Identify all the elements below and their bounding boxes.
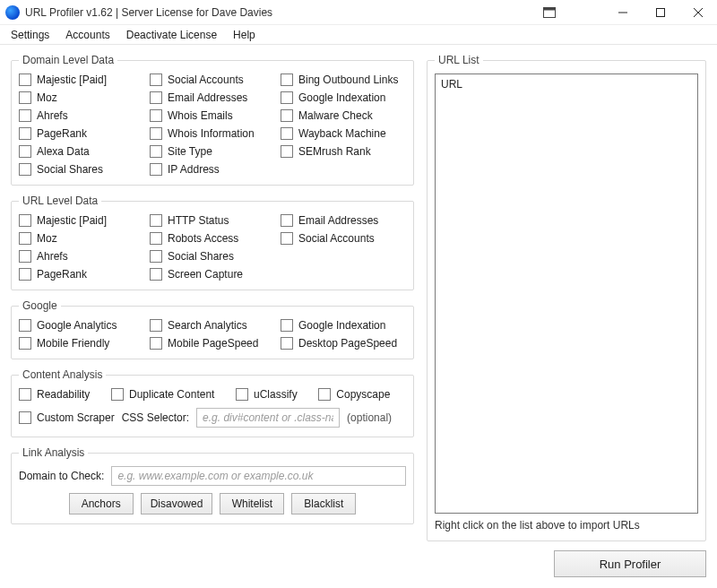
checkbox-social-shares[interactable]: Social Shares (150, 250, 275, 263)
checkbox-input[interactable] (19, 250, 31, 263)
checkbox-input[interactable] (150, 250, 162, 263)
minimize-button[interactable] (604, 0, 642, 24)
checkbox-pagerank[interactable]: PageRank (19, 268, 144, 281)
checkbox-input[interactable] (281, 74, 293, 86)
checkbox-social-shares[interactable]: Social Shares (19, 163, 144, 176)
checkbox-readability[interactable]: Readability (19, 388, 106, 401)
checkbox-input[interactable] (281, 91, 293, 104)
titlebar-aux-icon[interactable] (531, 0, 568, 24)
checkbox-uclassify[interactable]: uClassify (236, 388, 313, 401)
checkbox-input[interactable] (111, 388, 124, 401)
checkbox-custom-scraper[interactable]: Custom Scraper (19, 411, 115, 424)
group-legend: URL List (435, 54, 483, 66)
checkbox-input[interactable] (150, 109, 162, 122)
checkbox-pagerank[interactable]: PageRank (19, 127, 144, 140)
group-legend: Content Analysis (19, 368, 106, 381)
checkbox-input[interactable] (19, 268, 31, 281)
checkbox-input[interactable] (281, 319, 293, 332)
checkbox-input[interactable] (150, 91, 162, 104)
checkbox-input[interactable] (150, 268, 162, 281)
maximize-button[interactable] (642, 0, 679, 24)
checkbox-robots-access[interactable]: Robots Access (150, 232, 275, 245)
group-legend: Google (19, 299, 61, 312)
checkbox-google-analytics[interactable]: Google Analytics (19, 319, 144, 332)
run-profiler-button[interactable]: Run Profiler (554, 550, 706, 577)
checkbox-input[interactable] (281, 214, 293, 227)
checkbox-social-accounts[interactable]: Social Accounts (281, 232, 406, 245)
checkbox-site-type[interactable]: Site Type (150, 145, 275, 158)
checkbox-input[interactable] (19, 163, 31, 176)
checkbox-input[interactable] (19, 337, 31, 350)
checkbox-duplicate-content[interactable]: Duplicate Content (111, 388, 230, 401)
checkbox-moz[interactable]: Moz (19, 91, 144, 104)
checkbox-desktop-pagespeed[interactable]: Desktop PageSpeed (281, 337, 406, 350)
checkbox-screen-capture[interactable]: Screen Capture (150, 268, 275, 281)
checkbox-input[interactable] (19, 214, 31, 227)
disavowed-button[interactable]: Disavowed (141, 493, 213, 514)
anchors-button[interactable]: Anchors (69, 493, 134, 514)
checkbox-input[interactable] (19, 388, 31, 401)
checkbox-label: Email Addresses (298, 214, 378, 227)
checkbox-input[interactable] (150, 232, 162, 245)
checkbox-input[interactable] (150, 127, 162, 140)
checkbox-email-addresses[interactable]: Email Addresses (150, 91, 275, 104)
checkbox-majestic-paid[interactable]: Majestic [Paid] (19, 214, 144, 227)
checkbox-majestic-paid[interactable]: Majestic [Paid] (19, 74, 144, 86)
checkbox-copyscape[interactable]: Copyscape (318, 388, 406, 401)
checkbox-input[interactable] (281, 145, 293, 158)
checkbox-google-indexation[interactable]: Google Indexation (281, 319, 406, 332)
checkbox-input[interactable] (281, 127, 293, 140)
blacklist-button[interactable]: Blacklist (291, 493, 356, 514)
checkbox-ip-address[interactable]: IP Address (150, 163, 275, 176)
checkbox-input[interactable] (281, 109, 293, 122)
url-list-box[interactable]: URL (435, 74, 698, 514)
checkbox-bing-outbound-links[interactable]: Bing Outbound Links (281, 74, 406, 86)
checkbox-input[interactable] (150, 74, 162, 86)
checkbox-input[interactable] (19, 127, 31, 140)
checkbox-input[interactable] (19, 109, 31, 122)
checkbox-input[interactable] (318, 388, 331, 401)
checkbox-input[interactable] (236, 388, 248, 401)
checkbox-email-addresses[interactable]: Email Addresses (281, 214, 406, 227)
checkbox-input[interactable] (150, 163, 162, 176)
checkbox-input[interactable] (150, 337, 162, 350)
checkbox-label: Social Accounts (168, 74, 244, 86)
window-title: URL Profiler v1.62 | Server License for … (25, 6, 272, 19)
checkbox-google-indexation[interactable]: Google Indexation (281, 91, 406, 104)
checkbox-input[interactable] (19, 145, 31, 158)
checkbox-whois-emails[interactable]: Whois Emails (150, 109, 275, 122)
checkbox-input[interactable] (19, 232, 31, 245)
checkbox-input[interactable] (19, 74, 31, 86)
checkbox-semrush-rank[interactable]: SEMrush Rank (281, 145, 406, 158)
checkbox-search-analytics[interactable]: Search Analytics (150, 319, 275, 332)
checkbox-mobile-friendly[interactable]: Mobile Friendly (19, 337, 144, 350)
checkbox-http-status[interactable]: HTTP Status (150, 214, 275, 227)
checkbox-malware-check[interactable]: Malware Check (281, 109, 406, 122)
checkbox-social-accounts[interactable]: Social Accounts (150, 74, 275, 86)
whitelist-button[interactable]: Whitelist (220, 493, 284, 514)
checkbox-mobile-pagespeed[interactable]: Mobile PageSpeed (150, 337, 275, 350)
menu-help[interactable]: Help (233, 29, 255, 41)
checkbox-alexa-data[interactable]: Alexa Data (19, 145, 144, 158)
menu-accounts[interactable]: Accounts (65, 29, 109, 41)
menu-deactivate[interactable]: Deactivate License (126, 29, 217, 41)
domain-to-check-input[interactable] (111, 466, 406, 486)
checkbox-input[interactable] (19, 411, 31, 424)
checkbox-ahrefs[interactable]: Ahrefs (19, 109, 144, 122)
checkbox-moz[interactable]: Moz (19, 232, 144, 245)
checkbox-label: Ahrefs (37, 250, 68, 263)
checkbox-input[interactable] (281, 337, 293, 350)
checkbox-input[interactable] (19, 91, 31, 104)
checkbox-input[interactable] (150, 145, 162, 158)
app-icon (5, 5, 20, 20)
checkbox-whois-information[interactable]: Whois Information (150, 127, 275, 140)
checkbox-input[interactable] (19, 319, 31, 332)
checkbox-input[interactable] (150, 319, 162, 332)
css-selector-input[interactable] (196, 408, 340, 428)
close-button[interactable] (679, 0, 717, 24)
checkbox-ahrefs[interactable]: Ahrefs (19, 250, 144, 263)
menu-settings[interactable]: Settings (11, 29, 49, 41)
checkbox-input[interactable] (150, 214, 162, 227)
checkbox-input[interactable] (281, 232, 293, 245)
checkbox-wayback-machine[interactable]: Wayback Machine (281, 127, 406, 140)
